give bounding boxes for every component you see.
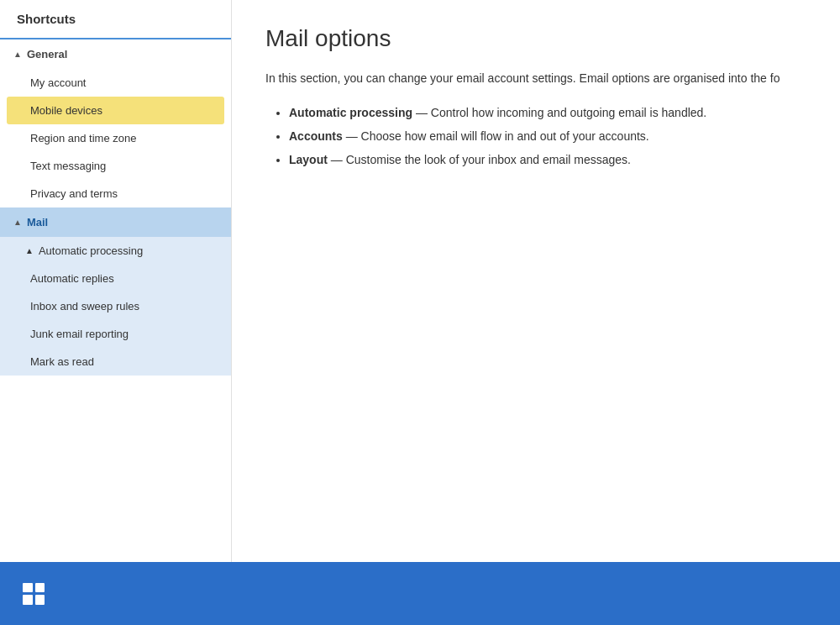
sidebar-subsection-automatic-processing[interactable]: ▲ Automatic processing: [0, 237, 231, 265]
chevron-down-icon: ▲: [13, 218, 22, 227]
options-list: Automatic processing — Control how incom…: [265, 101, 806, 171]
sidebar-item-text-messaging[interactable]: Text messaging: [0, 152, 231, 180]
option-desc-3: — Customise the look of your inbox and e…: [331, 153, 631, 166]
automatic-processing-label: Automatic processing: [39, 244, 143, 257]
sidebar-item-automatic-replies[interactable]: Automatic replies: [0, 265, 231, 292]
taskbar: [0, 562, 840, 625]
sidebar-item-my-account[interactable]: My account: [0, 69, 231, 97]
sidebar-item-region-time-zone[interactable]: Region and time zone: [0, 124, 231, 152]
windows-grid-icon: [23, 583, 45, 605]
sidebar-item-mobile-devices[interactable]: Mobile devices: [7, 97, 224, 124]
sidebar: Shortcuts ▲ General My account Mobile de…: [0, 0, 232, 562]
option-term-2: Accounts: [289, 129, 343, 143]
option-desc-1: — Control how incoming and outgoing emai…: [416, 106, 706, 119]
sidebar-header: Shortcuts: [0, 0, 231, 39]
page-title: Mail options: [265, 25, 806, 52]
sidebar-item-mark-as-read[interactable]: Mark as read: [0, 348, 231, 376]
list-item: Automatic processing — Control how incom…: [289, 101, 806, 124]
list-item: Accounts — Choose how email will flow in…: [289, 124, 806, 148]
list-item: Layout — Customise the look of your inbo…: [289, 148, 806, 171]
mail-section-label: Mail: [27, 216, 48, 228]
option-desc-2: — Choose how email will flow in and out …: [346, 129, 649, 143]
content-description: In this section, you can change your ema…: [265, 69, 806, 87]
general-section: ▲ General My account Mobile devices Regi…: [0, 39, 231, 207]
sidebar-section-mail[interactable]: ▲ Mail: [0, 207, 231, 237]
mail-section: ▲ Mail ▲ Automatic processing Automatic …: [0, 207, 231, 376]
option-term-1: Automatic processing: [289, 106, 412, 119]
sidebar-item-inbox-sweep-rules[interactable]: Inbox and sweep rules: [0, 292, 231, 320]
chevron-down-icon: ▲: [13, 50, 22, 59]
windows-start-button[interactable]: [17, 577, 50, 611]
general-section-label: General: [27, 48, 67, 60]
option-term-3: Layout: [289, 153, 328, 166]
sidebar-item-privacy-terms[interactable]: Privacy and terms: [0, 180, 231, 207]
main-content: Mail options In this section, you can ch…: [232, 0, 840, 562]
sidebar-section-general[interactable]: ▲ General: [0, 39, 231, 69]
chevron-down-icon: ▲: [25, 246, 34, 255]
sidebar-item-junk-email-reporting[interactable]: Junk email reporting: [0, 320, 231, 348]
